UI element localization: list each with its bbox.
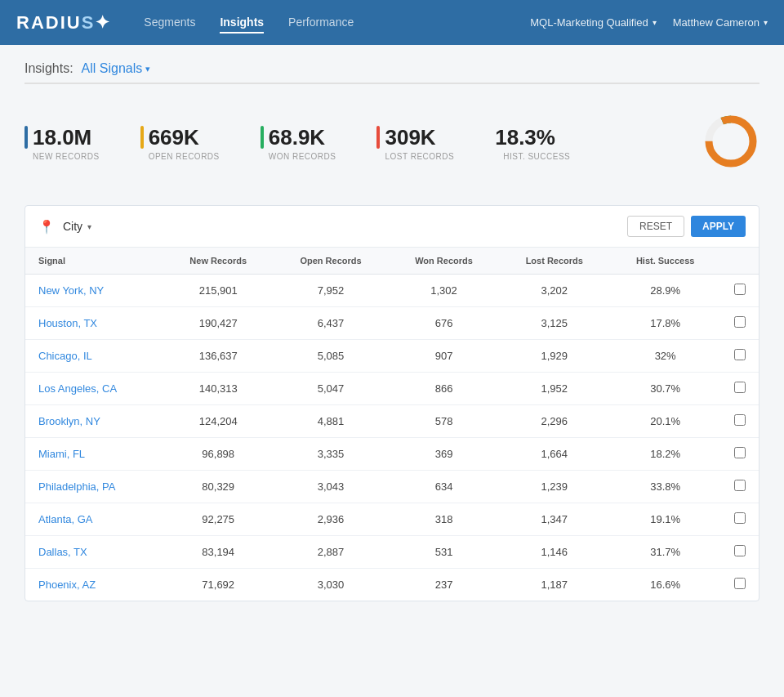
cell-lost-records: 3,202 [499,275,609,307]
row-checkbox-6[interactable] [734,480,746,491]
apply-button[interactable]: APPLY [691,216,746,237]
city-selector-label: City [63,220,82,233]
table-row: Miami, FL 96,898 3,335 369 1,664 18.2% [25,438,759,471]
city-selector-arrow: ▾ [87,222,91,231]
cell-new-records: 136,637 [163,340,273,373]
cell-new-records: 215,901 [163,275,273,307]
cell-won-records: 531 [389,536,500,569]
cell-lost-records: 1,146 [499,536,609,569]
row-checkbox-8[interactable] [734,545,746,556]
metrics-row: 18.0M NEW RECORDS 669K OPEN RECORDS 68.9… [24,105,760,185]
main-content: Insights: All Signals ▾ 18.0M NEW RECORD… [0,45,784,618]
col-signal: Signal [25,248,163,275]
nav-links: Segments Insights Performance [144,12,530,34]
nav-insights[interactable]: Insights [220,12,264,34]
nav-right: MQL-Marketing Qualified ▾ Matthew Camero… [530,16,768,29]
metric-won-records: 68.9K WON RECORDS [261,125,336,161]
row-checkbox-2[interactable] [734,349,746,360]
col-open-records: Open Records [273,248,388,275]
cell-checkbox [721,536,759,569]
cell-won-records: 237 [389,569,500,601]
col-hist-success: Hist. Success [609,248,721,275]
row-checkbox-5[interactable] [734,447,746,458]
cell-signal[interactable]: Chicago, IL [25,340,163,373]
row-checkbox-1[interactable] [734,316,746,328]
cell-lost-records: 1,929 [499,340,609,373]
cell-checkbox [721,275,759,307]
cell-won-records: 369 [389,438,500,471]
logo: RADIUS✦ [16,12,111,34]
cell-signal[interactable]: Brooklyn, NY [25,405,163,438]
cell-checkbox [721,438,759,471]
cell-hist-success: 30.7% [609,373,721,405]
cell-new-records: 140,313 [163,373,273,405]
cell-checkbox [721,340,759,373]
cell-signal[interactable]: Atlanta, GA [25,503,163,536]
cell-checkbox [721,373,759,405]
cell-hist-success: 16.6% [609,569,721,601]
user-dropdown[interactable]: Matthew Cameron ▾ [673,16,768,29]
cell-new-records: 92,275 [163,503,273,536]
metric-hist-value: 18.3% [495,125,555,150]
row-checkbox-3[interactable] [734,382,746,393]
table-row: Los Angeles, CA 140,313 5,047 866 1,952 … [25,373,759,405]
cell-open-records: 5,085 [273,340,388,373]
metric-lost-bar [376,126,380,149]
metric-lost-records: 309K LOST RECORDS [376,125,454,161]
cell-checkbox [721,503,759,536]
cell-new-records: 80,329 [163,471,273,503]
cell-lost-records: 2,296 [499,405,609,438]
row-checkbox-0[interactable] [734,284,746,295]
col-won-records: Won Records [389,248,500,275]
cell-signal[interactable]: Dallas, TX [25,536,163,569]
mql-dropdown-arrow: ▾ [653,18,657,27]
cell-won-records: 676 [389,307,500,340]
nav-segments[interactable]: Segments [144,12,195,34]
nav-performance[interactable]: Performance [288,12,354,34]
cell-signal[interactable]: Philadelphia, PA [25,471,163,503]
metric-hist-label: HIST. SUCCESS [503,152,570,161]
metric-open-label: OPEN RECORDS [149,152,220,161]
row-checkbox-7[interactable] [734,512,746,524]
cell-open-records: 6,437 [273,307,388,340]
insights-filter-dropdown[interactable]: All Signals ▾ [82,61,151,76]
col-new-records: New Records [163,248,273,275]
row-checkbox-4[interactable] [734,414,746,426]
donut-chart [702,113,760,172]
cell-won-records: 634 [389,471,500,503]
table-header: Signal New Records Open Records Won Reco… [25,248,759,275]
reset-button[interactable]: RESET [627,216,684,237]
city-selector[interactable]: City ▾ [63,220,91,233]
cell-lost-records: 1,239 [499,471,609,503]
metric-open-bar [140,126,144,149]
insights-title: Insights: [24,61,74,76]
mql-dropdown[interactable]: MQL-Marketing Qualified ▾ [530,16,657,29]
cell-signal[interactable]: New York, NY [25,275,163,307]
cell-signal[interactable]: Houston, TX [25,307,163,340]
cell-open-records: 3,043 [273,471,388,503]
cell-hist-success: 33.8% [609,471,721,503]
cell-won-records: 907 [389,340,500,373]
navbar: RADIUS✦ Segments Insights Performance MQ… [0,0,784,45]
row-checkbox-9[interactable] [734,578,746,589]
metric-new-value: 18.0M [33,125,91,150]
cell-open-records: 3,030 [273,569,388,601]
cell-won-records: 866 [389,373,500,405]
cell-new-records: 71,692 [163,569,273,601]
table-row: Dallas, TX 83,194 2,887 531 1,146 31.7% [25,536,759,569]
cell-signal[interactable]: Los Angeles, CA [25,373,163,405]
col-checkbox [721,248,759,275]
cell-hist-success: 19.1% [609,503,721,536]
table-row: Philadelphia, PA 80,329 3,043 634 1,239 … [25,471,759,503]
cell-signal[interactable]: Phoenix, AZ [25,569,163,601]
cell-hist-success: 31.7% [609,536,721,569]
cell-new-records: 124,204 [163,405,273,438]
cell-won-records: 578 [389,405,500,438]
cell-open-records: 2,936 [273,503,388,536]
cell-signal[interactable]: Miami, FL [25,438,163,471]
cell-checkbox [721,405,759,438]
insights-header: Insights: All Signals ▾ [24,61,760,84]
cell-lost-records: 3,125 [499,307,609,340]
col-lost-records: Lost Records [499,248,609,275]
cell-checkbox [721,471,759,503]
